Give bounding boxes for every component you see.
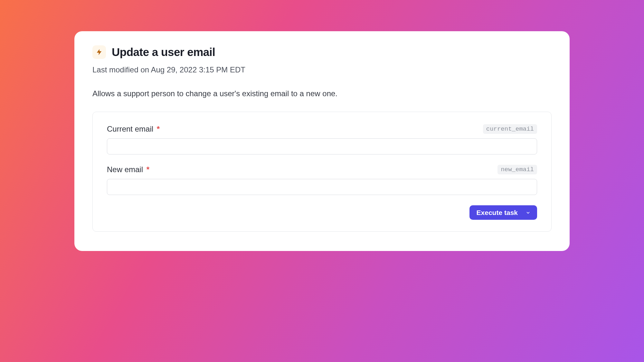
param-tag: current_email — [483, 124, 537, 134]
page-title: Update a user email — [112, 46, 215, 59]
bolt-icon — [92, 45, 106, 59]
param-tag: new_email — [497, 165, 537, 174]
label-text: New email — [107, 165, 143, 174]
label-row: New email * new_email — [107, 165, 537, 174]
execute-button-label: Execute task — [477, 209, 518, 217]
task-card: Update a user email Last modified on Aug… — [74, 31, 570, 251]
button-row: Execute task — [107, 205, 537, 220]
required-marker: * — [147, 165, 149, 174]
field-label: New email * — [107, 165, 149, 174]
task-description: Allows a support person to change a user… — [92, 89, 552, 98]
chevron-down-icon — [526, 210, 531, 215]
new-email-input[interactable] — [107, 179, 537, 195]
execute-task-button[interactable]: Execute task — [469, 205, 537, 220]
field-new-email: New email * new_email — [107, 165, 537, 195]
label-text: Current email — [107, 125, 153, 133]
current-email-input[interactable] — [107, 138, 537, 154]
field-label: Current email * — [107, 125, 160, 134]
required-marker: * — [157, 125, 160, 133]
label-row: Current email * current_email — [107, 124, 537, 134]
title-row: Update a user email — [92, 45, 552, 59]
field-current-email: Current email * current_email — [107, 124, 537, 154]
form-box: Current email * current_email New email … — [92, 112, 552, 232]
last-modified: Last modified on Aug 29, 2022 3:15 PM ED… — [92, 65, 552, 74]
